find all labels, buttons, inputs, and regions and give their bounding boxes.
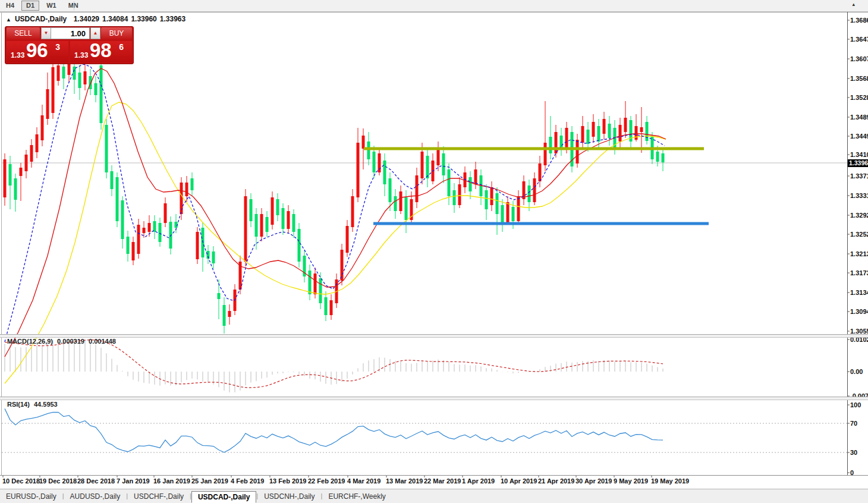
chart-tabs-bar: EURUSD-,Daily|AUDUSD-,Daily|USDCHF-,Dail… <box>0 489 868 503</box>
time-axis-label: 21 Apr 2019 <box>538 477 574 485</box>
candle-body <box>62 67 65 78</box>
rsi-line <box>5 408 663 452</box>
ma-mid-red <box>5 68 666 357</box>
candle-body <box>576 140 579 164</box>
candle-body <box>656 152 659 162</box>
candle-body <box>159 223 162 242</box>
tab-usdcnh-daily[interactable]: USDCNH-,Daily <box>258 491 320 502</box>
candle-body <box>4 159 7 197</box>
buy-button[interactable]: BUY <box>101 27 132 39</box>
candle-body <box>223 305 226 326</box>
candle-body <box>437 149 440 165</box>
ma-fast-blue <box>5 64 665 342</box>
axis-price-label: 1.36860 <box>850 17 868 24</box>
collapse-arrow-icon[interactable]: ▲ <box>6 17 11 23</box>
symbol-period-label: USDCAD-,Daily <box>15 15 67 23</box>
axis-price-label: 1.31730 <box>850 269 868 276</box>
candle-body <box>549 137 552 153</box>
candle-body <box>25 155 28 171</box>
candle-body <box>416 175 419 202</box>
candle-body <box>539 164 542 181</box>
tab-usdchf-daily[interactable]: USDCHF-,Daily <box>128 491 190 502</box>
axis-price-label: 1.32920 <box>850 212 868 219</box>
candle-body <box>244 196 247 262</box>
candle-body <box>14 178 17 200</box>
candle-body <box>635 126 638 140</box>
candle-body <box>78 73 81 88</box>
volume-input[interactable] <box>51 27 90 39</box>
time-axis-label: 1 Apr 2019 <box>462 477 495 485</box>
tab-eurchf-weekly[interactable]: EURCHF-,Weekly <box>322 491 391 502</box>
sell-price-panel[interactable]: 1.33 96 3 <box>7 41 68 62</box>
candle-body <box>46 89 49 119</box>
rsi-value: 44.5953 <box>34 401 58 408</box>
candle-body <box>442 153 445 175</box>
candle-body <box>105 125 108 172</box>
macd-signal-value: 0.001448 <box>89 338 116 345</box>
axis-price-label: 1.30940 <box>850 308 868 315</box>
buy-price-big: 98 <box>90 39 112 62</box>
candle-body <box>533 178 536 202</box>
chart-canvas[interactable] <box>0 0 868 503</box>
candle-body <box>362 136 365 149</box>
candle-body <box>603 119 606 134</box>
time-axis-label: 19 Dec 2018 <box>39 477 77 485</box>
title-ohlc-value: 1.33960 <box>131 15 156 23</box>
tab-eurusd-daily[interactable]: EURUSD-,Daily <box>0 491 62 502</box>
candle-body <box>218 293 221 299</box>
rsi-name: RSI(14) <box>7 401 30 408</box>
candle-body <box>132 242 135 260</box>
axis-price-label: 1.34890 <box>850 114 868 121</box>
candle-body <box>266 217 269 232</box>
candle-body <box>367 142 370 159</box>
candle-body <box>57 65 60 81</box>
candle-body <box>9 164 12 186</box>
trade-widget-toprow: SELL ▼ ▲ BUY <box>5 27 133 40</box>
candle-body <box>496 193 499 214</box>
time-axis-label: 13 Feb 2019 <box>269 477 306 485</box>
candle-body <box>111 171 114 189</box>
axis-price-label: 1.34490 <box>850 133 868 140</box>
macd-label: MACD(12,26,9) 0.000319 0.001448 <box>5 338 116 345</box>
buy-price-panel[interactable]: 1.33 98 6 <box>70 41 132 62</box>
title-ohlc-values: 1.340291.340841.339601.33963 <box>74 15 189 23</box>
axis-price-label: 1.33310 <box>850 192 868 199</box>
candle-body <box>36 134 39 152</box>
candle-body <box>608 124 611 138</box>
axis-price-label: 100 <box>850 401 861 408</box>
candle-body <box>143 228 146 233</box>
candle-body <box>68 64 71 75</box>
chart-title: ▲USDCAD-,Daily 1.340291.340841.339601.33… <box>6 15 188 23</box>
candle-body <box>228 311 231 317</box>
candle-body <box>448 169 451 196</box>
candle-body <box>121 200 124 239</box>
macd-signal-line <box>5 340 663 388</box>
time-axis-label: 4 Feb 2019 <box>231 477 264 485</box>
candle-body <box>351 196 354 227</box>
candle-body <box>148 223 151 232</box>
candle-body <box>544 143 547 165</box>
volume-decrease-button[interactable]: ▼ <box>41 27 51 39</box>
axis-price-label: 1.32130 <box>850 250 868 257</box>
candle-body <box>196 232 199 259</box>
candle-body <box>485 190 488 209</box>
candle-body <box>169 222 172 249</box>
candle-body <box>512 207 515 221</box>
sell-button[interactable]: SELL <box>7 27 40 39</box>
candle-body <box>276 199 279 215</box>
pane-splitter-rsi[interactable] <box>0 397 868 400</box>
tab-usdcad-daily[interactable]: USDCAD-,Daily <box>191 491 256 503</box>
price-axis-line <box>847 12 848 475</box>
pane-splitter-macd[interactable] <box>0 334 868 338</box>
tab-audusd-daily[interactable]: AUDUSD-,Daily <box>64 491 127 502</box>
candle-body <box>137 225 140 254</box>
volume-increase-button[interactable]: ▲ <box>90 27 100 39</box>
candle-body <box>597 126 600 142</box>
axis-price-label: 1.35680 <box>850 75 868 82</box>
candle-body <box>501 205 504 223</box>
candle-body <box>282 208 285 229</box>
candle-body <box>458 184 461 205</box>
candle-body <box>30 145 33 162</box>
candle-body <box>346 226 349 253</box>
candle-body <box>325 297 328 315</box>
